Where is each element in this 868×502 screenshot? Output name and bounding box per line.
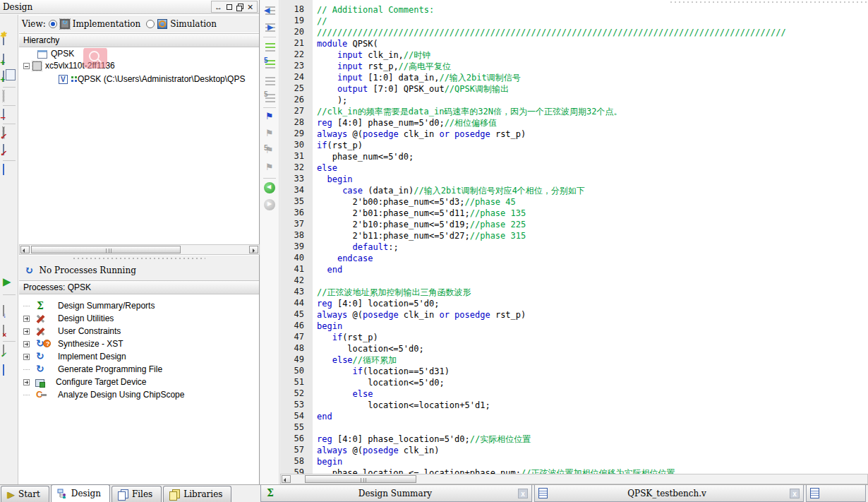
close-icon[interactable]	[245, 2, 255, 12]
tree-connector	[23, 395, 30, 395]
hierarchy-scrollbar[interactable]	[19, 244, 260, 255]
highlight-lines-icon[interactable]	[264, 41, 277, 54]
prev-bookmark-icon[interactable]	[264, 145, 277, 158]
stop-process-button[interactable]: ×	[3, 325, 16, 338]
undo-lines-icon[interactable]	[264, 92, 277, 104]
line-number: 51	[280, 377, 313, 388]
tab-label: Files	[132, 489, 152, 499]
scrollbar-thumb[interactable]	[305, 475, 416, 483]
run-process-button[interactable]	[3, 275, 16, 288]
simulation-radio[interactable]	[146, 20, 155, 28]
next-bookmark-icon[interactable]	[264, 129, 277, 141]
tree-item-qpsk-file[interactable]: QPSK (C:\Users\Administrator\Desktop\QPS	[19, 72, 259, 86]
scroll-left-icon[interactable]	[282, 475, 291, 483]
code-line: if(rst_p)	[317, 140, 868, 151]
process-item-design-summary[interactable]: Design Summary/Reports	[19, 299, 259, 312]
collapse-icon[interactable]	[23, 63, 30, 69]
toggle-bookmark-icon[interactable]	[264, 112, 277, 124]
scroll-left-icon[interactable]	[20, 246, 30, 253]
toolbar-separator	[3, 160, 16, 161]
scrollbar-thumb[interactable]	[31, 246, 181, 253]
implementation-radio[interactable]	[49, 20, 57, 28]
indent-icon[interactable]	[264, 21, 277, 34]
chip-button[interactable]	[3, 91, 16, 104]
back-icon[interactable]	[264, 182, 275, 193]
rerun-process-button[interactable]: ↓	[3, 306, 16, 318]
editor-scrollbar[interactable]	[280, 474, 868, 484]
process-item-chipscope[interactable]: Analyze Design Using ChipScope	[19, 388, 259, 401]
implementation-label: Implementation	[73, 19, 141, 29]
columns-icon	[3, 164, 4, 175]
restore-icon[interactable]	[234, 2, 245, 12]
line-number: 18	[280, 4, 313, 16]
code-line: begin	[317, 456, 868, 467]
gutter: 1819202122232425262728293031323334353637…	[280, 0, 313, 474]
expand-icon[interactable]	[23, 316, 30, 322]
doctab-partial[interactable]	[806, 485, 866, 502]
process-item-synthesize[interactable]: Synthesize - XST	[19, 337, 259, 350]
line-number: 44	[280, 298, 313, 309]
tab-files[interactable]: Files	[111, 486, 162, 502]
panel-splitter[interactable]	[19, 256, 259, 261]
process-item-user-constraints[interactable]: User Constraints	[19, 325, 259, 337]
doc-check-button[interactable]: ✓	[3, 145, 16, 157]
process-item-configure-device[interactable]: Configure Target Device	[19, 376, 259, 388]
tree-item-device[interactable]: xc5vlx110t-2ff1136	[19, 60, 259, 72]
code-line: 2'b00:phase_num<=5'd3;//phase 45	[317, 196, 868, 208]
tab-libraries[interactable]: Libraries	[163, 486, 231, 502]
maximize-icon[interactable]	[224, 2, 234, 12]
expand-icon[interactable]	[23, 328, 30, 335]
doctab-label: QPSK_testbench.v	[548, 489, 786, 498]
unindent-icon[interactable]	[264, 4, 277, 17]
expand-icon[interactable]	[23, 379, 30, 386]
scroll-right-icon[interactable]	[249, 246, 258, 253]
code-line: reg [4:0] location=5'd0;	[317, 298, 868, 309]
process-label: Implement Design	[58, 352, 126, 361]
document-icon	[538, 488, 548, 498]
code-line: input clk_in,//时钟	[317, 49, 868, 61]
float-panel-icon[interactable]	[213, 2, 224, 12]
sigma-icon	[265, 488, 276, 499]
design-panel-titlebar[interactable]: Design	[0, 0, 259, 14]
lines-icon[interactable]	[264, 75, 277, 88]
doctab-label: Design Summary	[276, 489, 514, 498]
process-item-design-utilities[interactable]: Design Utilities	[19, 312, 259, 325]
code-line: reg [4:0] phase_num=5'd0;//相位偏移值	[317, 117, 868, 129]
close-tab-icon[interactable]	[790, 489, 800, 498]
add-source-button[interactable]: +	[3, 54, 16, 67]
forward-icon[interactable]	[264, 199, 275, 210]
rerun-all-icon: ✓	[3, 345, 4, 356]
undo-highlight-icon[interactable]	[264, 58, 277, 71]
columns2-button[interactable]	[3, 365, 16, 378]
clear-bookmarks-icon[interactable]	[264, 162, 277, 175]
process-item-generate-file[interactable]: Generate Programming File	[19, 363, 259, 376]
doc-check-icon: ✓	[3, 144, 4, 155]
remove-source-button[interactable]: −	[3, 109, 16, 122]
sigma-icon	[35, 301, 47, 311]
expand-icon[interactable]	[23, 341, 30, 347]
doctab-qpsk-testbench[interactable]: QPSK_testbench.v	[534, 485, 804, 502]
code-line: begin	[317, 321, 868, 332]
rerun-all-button[interactable]: ✓	[3, 345, 16, 358]
tab-start[interactable]: Start	[1, 486, 49, 502]
new-source-button[interactable]: ✱	[3, 35, 16, 47]
code-line: case (data_in)//输入2bit调制信号对应4个相位，分别如下	[317, 185, 868, 196]
tab-design[interactable]: Design	[51, 484, 110, 502]
columns-button[interactable]	[3, 165, 16, 177]
line-number: 36	[280, 208, 313, 219]
line-number: 37	[280, 219, 313, 230]
expand-icon[interactable]	[23, 354, 30, 360]
line-number: 35	[280, 196, 313, 208]
doctab-design-summary[interactable]: Design Summary	[260, 485, 532, 502]
code-area[interactable]: // Additional Comments: ////////////////…	[313, 0, 868, 474]
add-copy-source-button[interactable]: +	[3, 71, 16, 84]
tree-item-qpsk[interactable]: QPSK	[19, 48, 259, 60]
chip-check-button[interactable]: ✓	[3, 128, 16, 141]
process-tree: Design Summary/Reports Design Utilities …	[19, 295, 259, 484]
toolbar-separator	[3, 124, 16, 124]
tree-item-label: QPSK	[51, 48, 74, 60]
tree-connector	[23, 369, 30, 370]
close-tab-icon[interactable]	[518, 489, 528, 498]
process-item-implement[interactable]: Implement Design	[19, 350, 259, 363]
code-line: end	[317, 411, 868, 422]
